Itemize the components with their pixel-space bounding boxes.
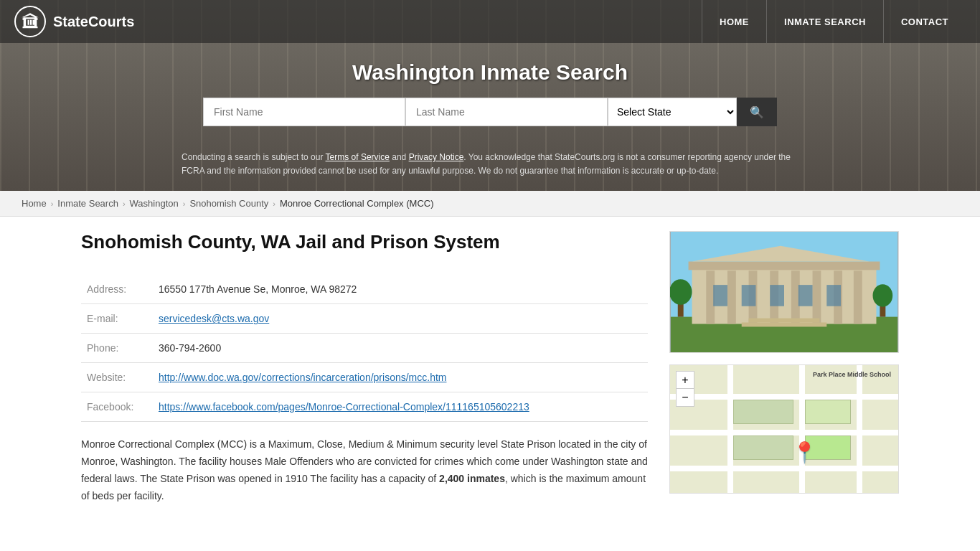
nav-links: HOME INMATE SEARCH CONTACT — [702, 0, 966, 43]
last-name-input[interactable] — [405, 98, 608, 126]
map-container: Park Place Middle School 📍 + − — [669, 364, 899, 494]
content-area: Snohomish County, WA Jail and Prison Sys… — [81, 231, 648, 504]
email-link[interactable]: servicedesk@cts.wa.gov — [159, 313, 269, 324]
website-label: Website: — [81, 363, 153, 392]
courthouse-icon — [20, 11, 40, 32]
site-name: StateCourts — [53, 14, 134, 30]
map-road-h3 — [670, 466, 898, 471]
nav-contact[interactable]: CONTACT — [883, 0, 966, 43]
privacy-link[interactable]: Privacy Notice — [409, 152, 464, 162]
main-container: Snohomish County, WA Jail and Prison Sys… — [60, 217, 920, 519]
svg-rect-13 — [713, 285, 727, 306]
facebook-label: Facebook: — [81, 392, 153, 422]
phone-label: Phone: — [81, 334, 153, 363]
map-road-v2 — [799, 365, 805, 493]
description: Monroe Correctional Complex (MCC) is a M… — [81, 436, 648, 504]
breadcrumb-home[interactable]: Home — [22, 198, 47, 209]
map-zoom-in[interactable]: + — [677, 372, 694, 389]
address-label: Address: — [81, 275, 153, 304]
svg-rect-23 — [749, 319, 820, 323]
breadcrumb-sep-4: › — [273, 199, 275, 208]
map-inner: Park Place Middle School 📍 + − — [670, 365, 898, 493]
breadcrumb-washington[interactable]: Washington — [130, 198, 179, 209]
logo-link[interactable]: StateCourts — [14, 6, 134, 37]
info-table: Address: 16550 177th Avenue Se, Monroe, … — [81, 275, 648, 422]
phone-value: 360-794-2600 — [153, 334, 648, 363]
svg-rect-14 — [742, 285, 756, 306]
website-row: Website: http://www.doc.wa.gov/correctio… — [81, 363, 648, 392]
svg-rect-8 — [813, 271, 821, 324]
disclaimer-text: Conducting a search is subject to our Te… — [167, 143, 813, 191]
svg-rect-16 — [798, 285, 813, 306]
facility-photo — [669, 231, 899, 353]
address-row: Address: 16550 177th Avenue Se, Monroe, … — [81, 275, 648, 304]
map-label-park: Park Place Middle School — [813, 371, 891, 378]
svg-rect-17 — [826, 285, 841, 306]
website-link[interactable]: http://www.doc.wa.gov/corrections/incarc… — [159, 372, 447, 383]
breadcrumb-sep-1: › — [51, 199, 54, 208]
header-content: Washington Inmate Search Select State Al… — [0, 43, 980, 143]
svg-point-19 — [670, 280, 692, 306]
map-road-h2 — [670, 430, 898, 435]
svg-rect-22 — [742, 323, 827, 327]
logo-icon — [14, 6, 46, 37]
top-nav: StateCourts HOME INMATE SEARCH CONTACT — [0, 0, 980, 43]
svg-rect-10 — [854, 271, 862, 324]
breadcrumb-current: Monroe Correctional Complex (MCC) — [280, 198, 434, 209]
map-pin: 📍 — [792, 441, 817, 464]
svg-point-21 — [873, 285, 893, 308]
terms-link[interactable]: Terms of Service — [326, 152, 390, 162]
page-title: Snohomish County, WA Jail and Prison Sys… — [81, 231, 648, 253]
map-block-1 — [733, 400, 793, 424]
search-button[interactable]: 🔍 — [737, 98, 777, 126]
svg-rect-4 — [727, 271, 736, 324]
search-bar: Select State Alabama Alaska Arizona Wash… — [203, 98, 777, 126]
facebook-link[interactable]: https://www.facebook.com/pages/Monroe-Co… — [159, 401, 529, 413]
breadcrumb-sep-3: › — [183, 199, 186, 208]
breadcrumb-sep-2: › — [123, 199, 126, 208]
breadcrumb-inmate-search[interactable]: Inmate Search — [57, 198, 118, 209]
map-zoom-out[interactable]: − — [677, 389, 694, 406]
site-header: StateCourts HOME INMATE SEARCH CONTACT W… — [0, 0, 980, 191]
nav-inmate-search[interactable]: INMATE SEARCH — [766, 0, 883, 43]
website-value: http://www.doc.wa.gov/corrections/incarc… — [153, 363, 648, 392]
email-value: servicedesk@cts.wa.gov — [153, 304, 648, 334]
nav-home[interactable]: HOME — [702, 0, 766, 43]
map-block-3 — [733, 435, 793, 460]
state-select[interactable]: Select State Alabama Alaska Arizona Wash… — [608, 98, 737, 126]
facility-photo-svg — [670, 232, 898, 352]
email-label: E-mail: — [81, 304, 153, 334]
search-icon: 🔍 — [750, 106, 764, 118]
first-name-input[interactable] — [203, 98, 405, 126]
map-road-v3 — [857, 365, 862, 493]
sidebar: Park Place Middle School 📍 + − — [669, 231, 899, 504]
facebook-value: https://www.facebook.com/pages/Monroe-Co… — [153, 392, 648, 422]
breadcrumb: Home › Inmate Search › Washington › Snoh… — [0, 191, 980, 217]
svg-rect-15 — [770, 285, 784, 306]
address-value: 16550 177th Avenue Se, Monroe, WA 98272 — [153, 275, 648, 304]
map-road-h1 — [670, 394, 898, 400]
phone-row: Phone: 360-794-2600 — [81, 334, 648, 363]
svg-rect-11 — [689, 262, 880, 270]
header-title: Washington Inmate Search — [14, 60, 966, 85]
email-row: E-mail: servicedesk@cts.wa.gov — [81, 304, 648, 334]
breadcrumb-snohomish[interactable]: Snohomish County — [189, 198, 268, 209]
map-block-2 — [805, 400, 851, 424]
map-road-v1 — [727, 365, 733, 493]
facebook-row: Facebook: https://www.facebook.com/pages… — [81, 392, 648, 422]
description-bold: 2,400 inmates — [439, 473, 505, 484]
map-zoom-controls: + − — [676, 371, 694, 407]
